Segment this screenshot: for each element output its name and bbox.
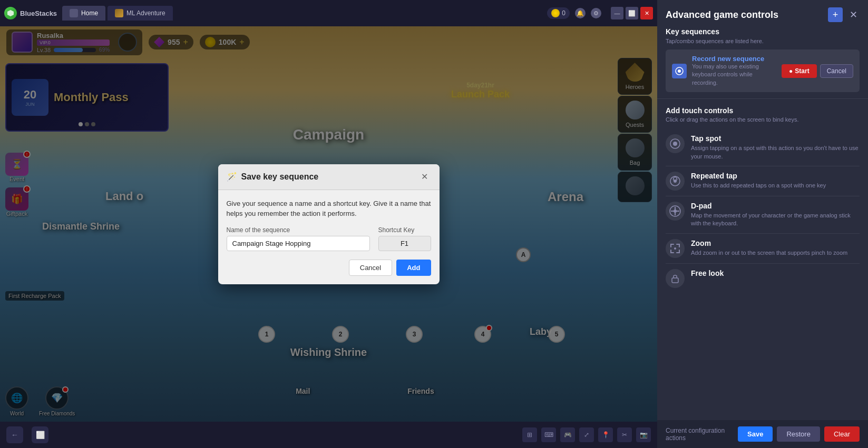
shortcut-field-group: Shortcut Key bbox=[378, 226, 431, 251]
record-sub-text: You may also use existing keyboard contr… bbox=[692, 63, 776, 87]
panel-title: Advanced game controls bbox=[666, 9, 778, 21]
key-sequences-title: Key sequences bbox=[657, 27, 868, 38]
tap-spot-icon bbox=[666, 134, 685, 153]
coin-icon bbox=[551, 9, 560, 17]
zoom-item[interactable]: Zoom Add zoom in or out to the screen th… bbox=[666, 234, 860, 264]
name-field-label: Name of the sequence bbox=[227, 226, 370, 234]
record-cancel-button[interactable]: Cancel bbox=[820, 64, 853, 78]
top-bar: BlueStacks Home ML Adventure 0 🔔 ⚙ — ⬜ ✕ bbox=[0, 0, 657, 26]
home-tab-icon bbox=[70, 9, 78, 17]
dialog-actions: Cancel Add bbox=[227, 260, 431, 276]
maximize-button[interactable]: ⬜ bbox=[626, 7, 638, 19]
notifications-icon[interactable]: 🔔 bbox=[575, 8, 586, 18]
record-start-button[interactable]: Start bbox=[782, 64, 817, 78]
panel-add-button[interactable]: + bbox=[828, 7, 843, 22]
dpad-info: D-pad Map the movement of your character… bbox=[691, 202, 860, 228]
tap-spot-name: Tap spot bbox=[691, 134, 860, 143]
dpad-name: D-pad bbox=[691, 202, 860, 210]
game-tab-label: ML Adventure bbox=[126, 9, 165, 17]
window-controls: — ⬜ ✕ bbox=[611, 7, 653, 19]
home-button[interactable]: ⬜ bbox=[32, 426, 48, 443]
dpad-icon bbox=[666, 202, 685, 221]
panel-header: Advanced game controls + ✕ bbox=[657, 0, 868, 27]
record-new-link[interactable]: Record new sequence bbox=[692, 55, 776, 63]
game-area: BlueStacks Home ML Adventure 0 🔔 ⚙ — ⬜ ✕ bbox=[0, 0, 657, 448]
coins-display: 0 bbox=[547, 7, 570, 19]
tool-grid-icon[interactable]: ⊞ bbox=[522, 427, 537, 442]
modal-overlay: 🪄 Save key sequence ✕ Give your sequence… bbox=[0, 26, 657, 422]
add-touch-title: Add touch controls bbox=[666, 106, 860, 115]
home-tab[interactable]: Home bbox=[62, 6, 105, 21]
panel-divider-1 bbox=[657, 98, 868, 99]
minimize-button[interactable]: — bbox=[611, 7, 623, 19]
recording-area: Record new sequence You may also use exi… bbox=[666, 49, 860, 92]
zoom-name: Zoom bbox=[691, 239, 860, 247]
freelock-icon bbox=[666, 269, 685, 288]
panel-close-button[interactable]: ✕ bbox=[847, 8, 860, 21]
repeated-tap-info: Repeated tap Use this to add repeated ta… bbox=[691, 172, 860, 190]
dialog-fields: Name of the sequence Shortcut Key bbox=[227, 226, 431, 251]
svg-point-4 bbox=[673, 142, 677, 146]
panel-header-right: + ✕ bbox=[828, 7, 860, 22]
game-tab-icon bbox=[115, 9, 123, 17]
game-tab[interactable]: ML Adventure bbox=[108, 6, 173, 21]
freelock-info: Free look bbox=[691, 269, 860, 279]
back-button[interactable]: ← bbox=[6, 426, 23, 443]
right-panel: Advanced game controls + ✕ Key sequences… bbox=[657, 0, 868, 448]
dpad-item[interactable]: D-pad Map the movement of your character… bbox=[666, 196, 860, 234]
top-right-controls: 0 🔔 ⚙ — ⬜ ✕ bbox=[547, 7, 653, 19]
dialog-add-button[interactable]: Add bbox=[396, 260, 431, 276]
dialog-title: Save key sequence bbox=[241, 172, 319, 182]
bluestacks-logo: BlueStacks bbox=[4, 7, 57, 19]
tool-location-icon[interactable]: 📍 bbox=[598, 427, 613, 442]
zoom-desc: Add zoom in or out to the screen that su… bbox=[691, 249, 860, 257]
tap-spot-item[interactable]: Tap spot Assign tapping on a spot with t… bbox=[666, 129, 860, 166]
bottom-nav-tools: ⊞ ⌨ 🎮 ⤢ 📍 ✂ 📷 bbox=[522, 427, 651, 442]
save-dialog: 🪄 Save key sequence ✕ Give your sequence… bbox=[218, 164, 440, 284]
dialog-close-button[interactable]: ✕ bbox=[418, 171, 431, 183]
panel-bottom: Current configuration actions Save Resto… bbox=[657, 420, 868, 448]
repeated-tap-item[interactable]: Repeated tap Use this to add repeated ta… bbox=[666, 166, 860, 196]
svg-rect-12 bbox=[672, 278, 678, 283]
svg-point-2 bbox=[678, 69, 681, 73]
record-icon bbox=[672, 64, 687, 78]
sequence-name-input[interactable] bbox=[227, 236, 370, 251]
repeated-tap-name: Repeated tap bbox=[691, 172, 860, 180]
bottom-bar: ← ⬜ ⊞ ⌨ 🎮 ⤢ 📍 ✂ 📷 bbox=[0, 422, 657, 448]
bottom-nav-left: ← ⬜ bbox=[6, 426, 48, 443]
tap-spot-desc: Assign tapping on a spot with this actio… bbox=[691, 144, 860, 161]
svg-point-11 bbox=[674, 247, 676, 250]
tap-spot-info: Tap spot Assign tapping on a spot with t… bbox=[691, 134, 860, 161]
bluestacks-name: BlueStacks bbox=[20, 9, 57, 17]
repeated-tap-desc: Use this to add repeated taps on a spot … bbox=[691, 182, 860, 190]
shortcut-key-input[interactable] bbox=[378, 236, 431, 251]
key-sequences-section: Key sequences Tap/combo sequences are li… bbox=[657, 27, 868, 92]
dialog-cancel-button[interactable]: Cancel bbox=[349, 260, 392, 276]
freelock-name: Free look bbox=[691, 269, 860, 277]
tool-keyboard-icon[interactable]: ⌨ bbox=[541, 427, 556, 442]
tool-resize-icon[interactable]: ⤢ bbox=[579, 427, 594, 442]
freelock-item[interactable]: Free look bbox=[666, 264, 860, 293]
save-config-button[interactable]: Save bbox=[738, 426, 773, 442]
coins-amount: 0 bbox=[562, 9, 565, 17]
zoom-icon bbox=[666, 239, 685, 258]
dialog-description: Give your sequence a name and a shortcut… bbox=[227, 198, 431, 219]
panel-scroll: Key sequences Tap/combo sequences are li… bbox=[657, 27, 868, 420]
close-button[interactable]: ✕ bbox=[640, 7, 653, 19]
tool-cut-icon[interactable]: ✂ bbox=[617, 427, 632, 442]
restore-config-button[interactable]: Restore bbox=[777, 426, 820, 442]
key-sequences-subtitle: Tap/combo sequences are listed here. bbox=[657, 38, 868, 49]
settings-icon[interactable]: ⚙ bbox=[591, 8, 601, 18]
rec-controls: Start Cancel bbox=[782, 64, 853, 78]
bluestacks-icon bbox=[4, 7, 17, 19]
home-tab-label: Home bbox=[81, 9, 98, 17]
tool-gamepad-icon[interactable]: 🎮 bbox=[560, 427, 575, 442]
rec-text: Record new sequence You may also use exi… bbox=[692, 55, 776, 87]
tool-camera-icon[interactable]: 📷 bbox=[636, 427, 651, 442]
svg-marker-0 bbox=[7, 10, 14, 16]
clear-config-button[interactable]: Clear bbox=[824, 426, 860, 442]
dpad-desc: Map the movement of your character or th… bbox=[691, 212, 860, 228]
shortcut-field-label: Shortcut Key bbox=[378, 226, 431, 234]
dialog-body: Give your sequence a name and a shortcut… bbox=[218, 190, 440, 284]
repeated-tap-icon bbox=[666, 172, 685, 191]
